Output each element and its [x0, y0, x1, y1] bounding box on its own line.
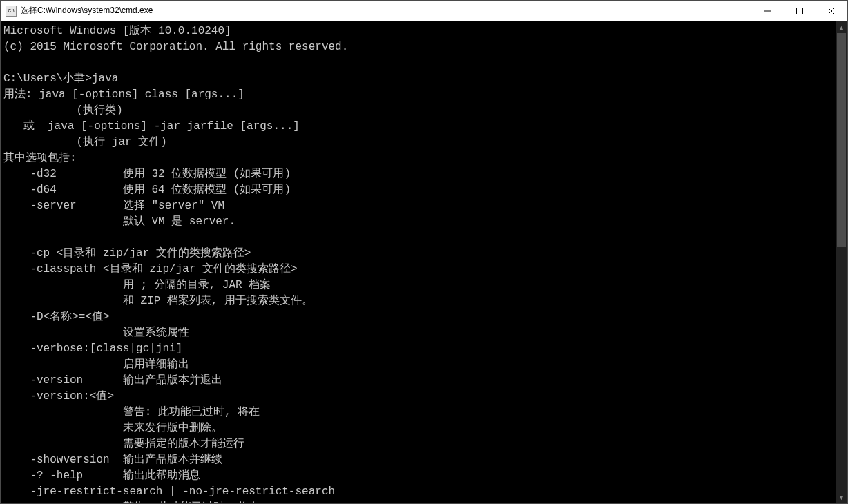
close-button[interactable] [816, 1, 847, 21]
svg-rect-0 [797, 8, 803, 14]
close-icon [828, 8, 835, 14]
terminal-output[interactable]: Microsoft Windows [版本 10.0.10240] (c) 20… [1, 21, 836, 503]
scroll-down-arrow-icon[interactable]: ▼ [836, 492, 847, 503]
titlebar[interactable]: C:\ 选择C:\Windows\system32\cmd.exe [1, 1, 847, 21]
scroll-thumb[interactable] [837, 33, 846, 247]
window-title: 选择C:\Windows\system32\cmd.exe [21, 5, 153, 17]
minimize-icon [764, 8, 771, 14]
cmd-window: C:\ 选择C:\Windows\system32\cmd.exe Micros… [0, 0, 848, 504]
scroll-up-arrow-icon[interactable]: ▲ [836, 21, 847, 33]
maximize-button[interactable] [784, 1, 816, 21]
vertical-scrollbar[interactable]: ▲ ▼ [836, 21, 847, 503]
minimize-button[interactable] [752, 1, 784, 21]
maximize-icon [796, 8, 803, 14]
app-icon-label: C:\ [8, 8, 14, 13]
app-icon: C:\ [6, 6, 17, 17]
client-area: Microsoft Windows [版本 10.0.10240] (c) 20… [1, 21, 847, 503]
